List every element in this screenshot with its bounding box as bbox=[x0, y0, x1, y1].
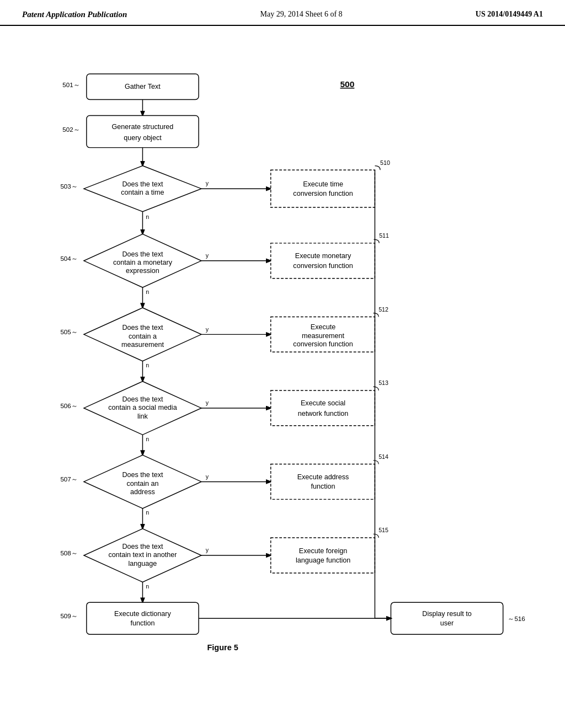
step-515-num: 515 bbox=[379, 527, 388, 533]
step-507-label-1: Does the text bbox=[122, 471, 163, 479]
step-502-label-1: Generate structured bbox=[112, 123, 174, 131]
step-514-label-2: function bbox=[311, 483, 335, 490]
step-506-label-1: Does the text bbox=[122, 395, 163, 403]
step-510-bracket bbox=[375, 166, 380, 170]
header-left: Patent Application Publication bbox=[22, 10, 127, 19]
figure-label: Figure 5 bbox=[207, 643, 238, 652]
step-511-box bbox=[271, 243, 375, 279]
page-header: Patent Application Publication May 29, 2… bbox=[0, 0, 565, 26]
flowchart-svg: 500 Gather Text 501～ Generate structured… bbox=[0, 26, 565, 688]
label-503-n: n bbox=[146, 213, 149, 220]
label-507-y: y bbox=[206, 473, 209, 480]
step-502-box bbox=[87, 116, 199, 148]
step-510-box bbox=[271, 170, 375, 207]
label-504-y: y bbox=[206, 252, 209, 259]
step-514-box bbox=[271, 464, 375, 500]
step-515-label-1: Execute foreign bbox=[299, 547, 347, 555]
step-515-box bbox=[271, 538, 375, 573]
step-505-num: 505～ bbox=[60, 328, 77, 335]
step-504-num: 504～ bbox=[60, 255, 77, 262]
step-503-num: 503～ bbox=[60, 183, 77, 190]
step-511-num: 511 bbox=[379, 232, 389, 239]
step-513-num: 513 bbox=[379, 379, 388, 386]
step-507-num: 507～ bbox=[60, 475, 77, 483]
step-503-label-1: Does the text bbox=[122, 180, 163, 188]
label-508-n: n bbox=[146, 583, 149, 590]
step-516-label-1: Display result to bbox=[422, 610, 471, 618]
step-515-bracket bbox=[374, 534, 379, 538]
step-506-num: 506～ bbox=[60, 402, 77, 409]
label-508-y: y bbox=[206, 547, 209, 553]
step-505-label-2: contain a bbox=[129, 333, 157, 340]
step-509-num: 509～ bbox=[60, 612, 77, 619]
step-514-bracket bbox=[374, 461, 379, 464]
step-516-label-2: user bbox=[440, 619, 454, 627]
step-504-label-1: Does the text bbox=[122, 250, 163, 258]
step-513-label-2: network function bbox=[298, 410, 349, 417]
step-509-box bbox=[87, 602, 199, 634]
header-center: May 29, 2014 Sheet 6 of 8 bbox=[260, 10, 343, 19]
step-513-box bbox=[271, 390, 375, 426]
label-505-n: n bbox=[146, 362, 149, 368]
step-508-label-1: Does the text bbox=[122, 543, 163, 550]
step-513-bracket bbox=[374, 387, 379, 390]
step-512-label-1: Execute bbox=[311, 323, 335, 331]
step-501-label: Gather Text bbox=[125, 83, 161, 90]
step-514-label-1: Execute address bbox=[297, 473, 349, 481]
step-509-label-2: function bbox=[130, 619, 154, 627]
step-508-num: 508～ bbox=[60, 549, 77, 556]
label-506-n: n bbox=[146, 436, 149, 442]
step-505-label-3: measurement bbox=[121, 341, 164, 349]
step-505-label-1: Does the text bbox=[122, 324, 163, 331]
step-504-label-2: contain a monetary bbox=[113, 259, 173, 266]
label-505-y: y bbox=[206, 326, 209, 333]
label-503-y: y bbox=[206, 180, 209, 186]
label-507-n: n bbox=[146, 509, 149, 516]
step-509-label-1: Execute dictionary bbox=[114, 610, 171, 618]
step-512-label-2: measurement bbox=[302, 332, 344, 340]
step-502-num: 502～ bbox=[62, 126, 79, 133]
step-510-label-2: conversion function bbox=[293, 190, 353, 197]
label-504-n: n bbox=[146, 288, 149, 295]
step-516-box bbox=[391, 602, 503, 634]
diagram-number: 500 bbox=[340, 79, 355, 89]
step-506-label-2: contain a social media bbox=[108, 404, 177, 411]
label-506-y: y bbox=[206, 399, 209, 406]
diagram-area: 500 Gather Text 501～ Generate structured… bbox=[0, 26, 565, 688]
step-511-label-1: Execute monetary bbox=[295, 252, 351, 260]
step-512-label-3: conversion function bbox=[293, 340, 353, 348]
step-506-label-3: link bbox=[137, 413, 148, 420]
header-right: US 2014/0149449 A1 bbox=[476, 10, 543, 19]
step-502-label-2: query object bbox=[124, 134, 162, 142]
step-514-num: 514 bbox=[379, 453, 388, 460]
step-512-bracket bbox=[374, 313, 379, 317]
step-516-num: ～516 bbox=[508, 615, 525, 622]
step-513-label-1: Execute social bbox=[301, 399, 345, 407]
step-508-label-3: language bbox=[129, 560, 157, 568]
step-510-num: 510 bbox=[380, 159, 390, 166]
step-508-label-2: contain text in another bbox=[109, 551, 177, 559]
step-503-label-2: contain a time bbox=[121, 189, 164, 196]
step-507-label-3: address bbox=[130, 488, 155, 496]
step-504-label-3: expression bbox=[126, 267, 159, 275]
step-501-num: 501～ bbox=[62, 81, 79, 88]
step-510-label-1: Execute time bbox=[303, 180, 343, 188]
step-507-label-2: contain an bbox=[126, 480, 158, 488]
step-515-label-2: language function bbox=[296, 556, 350, 564]
step-512-num: 512 bbox=[379, 306, 388, 313]
step-511-label-2: conversion function bbox=[293, 262, 353, 270]
